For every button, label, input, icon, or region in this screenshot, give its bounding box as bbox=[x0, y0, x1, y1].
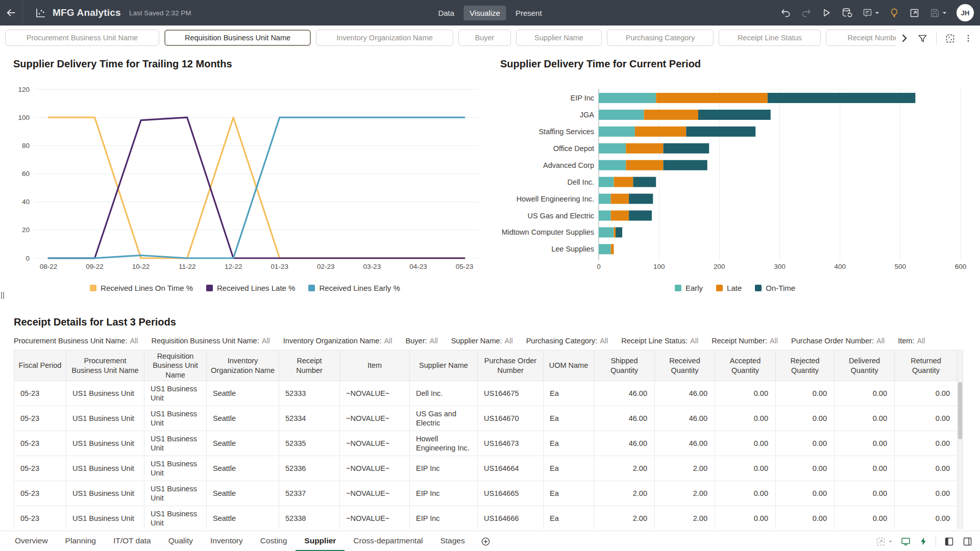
layout-right-panel-icon[interactable] bbox=[962, 536, 973, 547]
bar-segment-on-time[interactable] bbox=[633, 177, 656, 187]
bar-segment-early[interactable] bbox=[599, 244, 611, 254]
table-row[interactable]: 05-23US1 Business UnitUS1 Business UnitS… bbox=[14, 431, 958, 456]
bar-segment-late[interactable] bbox=[614, 177, 633, 187]
table-scrollbar[interactable] bbox=[957, 350, 963, 529]
quick-insights-lightning-icon[interactable] bbox=[919, 536, 928, 546]
bar-segment-late[interactable] bbox=[635, 127, 686, 137]
bar-chart-plot[interactable]: 0100200300400500600EIP IncJGAStaffing Se… bbox=[490, 70, 980, 281]
table-row[interactable]: 05-23US1 Business UnitUS1 Business UnitS… bbox=[14, 456, 958, 481]
comments-icon[interactable] bbox=[862, 8, 879, 18]
user-avatar[interactable]: JH bbox=[957, 4, 974, 21]
bar-segment-early[interactable] bbox=[599, 160, 626, 170]
table-cell: 52337 bbox=[279, 481, 340, 506]
tab-present[interactable]: Present bbox=[509, 6, 548, 20]
tab-data[interactable]: Data bbox=[432, 6, 460, 20]
kebab-menu-icon[interactable] bbox=[964, 33, 973, 43]
column-header[interactable]: Procurement Business Unit Name bbox=[66, 350, 144, 381]
column-header[interactable]: Requisition Business Unit Name bbox=[144, 350, 207, 381]
bar-segment-early[interactable] bbox=[599, 211, 611, 221]
bar-segment-late[interactable] bbox=[656, 93, 768, 103]
canvas-tab-cross-departmental[interactable]: Cross-departmental bbox=[345, 531, 431, 551]
bar-segment-early[interactable] bbox=[599, 127, 635, 137]
bar-segment-early[interactable] bbox=[599, 194, 611, 204]
canvas-tab-overview[interactable]: Overview bbox=[6, 531, 57, 551]
column-header[interactable]: Fiscal Period bbox=[14, 350, 66, 381]
canvas-settings-icon[interactable] bbox=[945, 33, 955, 44]
bar-segment-early[interactable] bbox=[599, 177, 614, 187]
panel-resize-handle[interactable] bbox=[1, 292, 4, 299]
table-row[interactable]: 05-23US1 Business UnitUS1 Business UnitS… bbox=[14, 381, 958, 406]
filter-chip-requisition-business-unit-name[interactable]: Requisition Business Unit Name bbox=[164, 30, 311, 46]
table-cell: US1 Business Unit bbox=[144, 456, 207, 481]
undo-icon[interactable] bbox=[780, 8, 791, 18]
bar-segment-on-time[interactable] bbox=[768, 93, 916, 103]
bar-segment-late[interactable] bbox=[626, 143, 663, 154]
present-canvas-icon[interactable] bbox=[900, 536, 911, 547]
bar-segment-late[interactable] bbox=[614, 227, 616, 237]
column-header[interactable]: Receipt Number bbox=[279, 350, 340, 381]
column-header[interactable]: Purchase Order Number bbox=[478, 350, 544, 381]
filter-funnel-icon[interactable] bbox=[917, 33, 928, 44]
bar-segment-on-time[interactable] bbox=[629, 194, 653, 204]
canvas-tab-stages[interactable]: Stages bbox=[431, 531, 473, 551]
bar-segment-late[interactable] bbox=[611, 244, 614, 254]
canvas-tab-supplier[interactable]: Supplier bbox=[296, 531, 345, 551]
bar-segment-on-time[interactable] bbox=[629, 211, 652, 221]
column-header[interactable]: Received Quantity bbox=[655, 350, 715, 381]
bar-segment-on-time[interactable] bbox=[686, 127, 755, 137]
table-scrollbar-thumb[interactable] bbox=[958, 382, 962, 439]
bar-segment-on-time[interactable] bbox=[663, 160, 707, 170]
column-header[interactable]: Rejected Quantity bbox=[776, 350, 835, 381]
run-play-icon[interactable] bbox=[821, 8, 831, 18]
column-header[interactable]: Returned Quantity bbox=[895, 350, 958, 381]
bar-segment-late[interactable] bbox=[611, 211, 629, 221]
bar-segment-early[interactable] bbox=[599, 227, 614, 237]
filter-chip-procurement-business-unit-name[interactable]: Procurement Business Unit Name bbox=[5, 30, 159, 46]
data-table[interactable]: Fiscal PeriodProcurement Business Unit N… bbox=[14, 350, 958, 529]
filter-chip-receipt-line-status[interactable]: Receipt Line Status bbox=[719, 30, 821, 46]
column-header[interactable]: Accepted Quantity bbox=[715, 350, 776, 381]
export-open-icon[interactable] bbox=[909, 8, 920, 18]
save-icon[interactable] bbox=[929, 8, 947, 18]
table-row[interactable]: 05-23US1 Business UnitUS1 Business UnitS… bbox=[14, 481, 958, 506]
canvas-tab-quality[interactable]: Quality bbox=[160, 531, 202, 551]
bar-segment-late[interactable] bbox=[644, 110, 698, 120]
column-header[interactable]: Inventory Organization Name bbox=[207, 350, 279, 381]
line-series-received-lines-early-[interactable] bbox=[48, 117, 464, 258]
canvas-tab-costing[interactable]: Costing bbox=[252, 531, 296, 551]
column-header[interactable]: Shipped Quantity bbox=[594, 350, 655, 381]
refresh-data-icon[interactable] bbox=[841, 7, 852, 18]
bar-segment-on-time[interactable] bbox=[663, 143, 709, 154]
filter-chip-purchasing-category[interactable]: Purchasing Category bbox=[607, 30, 714, 46]
column-header[interactable]: Supplier Name bbox=[410, 350, 478, 381]
filter-chip-inventory-organization-name[interactable]: Inventory Organization Name bbox=[316, 30, 453, 46]
tab-visualize[interactable]: Visualize bbox=[463, 6, 506, 20]
canvas-tab-planning[interactable]: Planning bbox=[57, 531, 105, 551]
canvas-tab-inventory[interactable]: Inventory bbox=[202, 531, 252, 551]
receipt-details-table: Fiscal PeriodProcurement Business Unit N… bbox=[14, 350, 963, 529]
column-header[interactable]: Item bbox=[340, 350, 410, 381]
column-header[interactable]: Delivered Quantity bbox=[835, 350, 895, 381]
add-canvas-button[interactable] bbox=[481, 531, 491, 551]
layout-left-panel-icon[interactable] bbox=[944, 536, 954, 547]
table-row[interactable]: 05-23US1 Business UnitUS1 Business UnitS… bbox=[14, 406, 958, 431]
bar-segment-on-time[interactable] bbox=[616, 227, 622, 237]
bar-segment-early[interactable] bbox=[599, 93, 656, 103]
filter-chip-supplier-name[interactable]: Supplier Name bbox=[516, 30, 602, 46]
bar-segment-on-time[interactable] bbox=[698, 110, 771, 120]
canvas-tab-bar: OverviewPlanningIT/OT dataQualityInvento… bbox=[0, 531, 980, 551]
bar-segment-early[interactable] bbox=[599, 143, 626, 154]
filter-chip-buyer[interactable]: Buyer bbox=[458, 30, 511, 46]
canvas-tab-it-ot-data[interactable]: IT/OT data bbox=[105, 531, 160, 551]
insights-lightbulb-icon[interactable] bbox=[889, 7, 899, 18]
back-button[interactable] bbox=[0, 0, 22, 26]
bar-segment-late[interactable] bbox=[611, 194, 629, 204]
bar-segment-late[interactable] bbox=[626, 160, 663, 170]
table-row[interactable]: 05-23US1 Business UnitUS1 Business UnitS… bbox=[14, 506, 958, 529]
filter-chip-receipt-number[interactable]: Receipt Number bbox=[826, 30, 896, 46]
table-cell: 0.00 bbox=[835, 506, 895, 529]
filters-expand-chevron-icon[interactable] bbox=[899, 33, 909, 43]
bar-segment-early[interactable] bbox=[599, 110, 644, 120]
line-chart-plot[interactable]: 02040608010012008-2209-2210-2211-2212-22… bbox=[0, 70, 490, 281]
column-header[interactable]: UOM Name bbox=[544, 350, 594, 381]
